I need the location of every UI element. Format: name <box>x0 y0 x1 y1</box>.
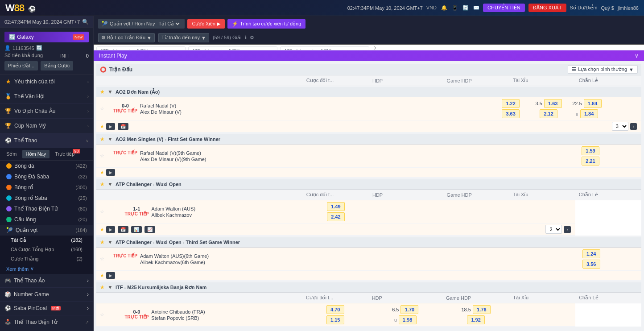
odd-btn-2[interactable]: 2.42 <box>327 212 345 221</box>
tu-truoc-dropdown[interactable]: Từ trước đến nay ▼ <box>158 33 209 42</box>
sidebar-search-icon[interactable]: 🔍 <box>82 19 89 25</box>
refresh-user-icon[interactable]: 🔄 <box>36 45 42 51</box>
odd-btn-1[interactable]: 4.70 <box>326 305 344 314</box>
hdp-odd-btn-2[interactable]: 2.12 <box>540 109 557 118</box>
star-toggle-icon[interactable]: ★ <box>100 181 105 187</box>
play-btn[interactable]: ▶ <box>106 123 115 130</box>
xiu-odd-btn[interactable]: 1.92 <box>467 315 485 324</box>
favorite-star-icon[interactable]: ☆ <box>100 256 104 261</box>
action-star-icon[interactable]: ★ <box>100 124 104 129</box>
sidebar-item-the-thao-ao[interactable]: 🎮 Thể Thao Ảo › <box>0 274 93 288</box>
sidebar-item-vo-dich-chau-au[interactable]: 🏆 Vô Địch Châu Âu › <box>0 104 93 119</box>
chevron-icon[interactable]: ▼ <box>107 136 113 142</box>
next-match-arrow[interactable]: › <box>372 46 378 48</box>
cuoc-xien-button[interactable]: Cược Xiên ▶ <box>187 19 225 29</box>
hdp-odd-btn-1[interactable]: 1.70 <box>400 305 418 314</box>
instant-play-bar[interactable]: Instant Play ∨ <box>94 50 644 61</box>
odd-btn-2[interactable]: 3.56 <box>582 260 600 269</box>
favorite-star-icon[interactable]: ☆ <box>100 106 104 111</box>
phieu-dat-button[interactable]: Phiếu Đặt... <box>4 61 38 70</box>
play-btn[interactable]: ▶ <box>106 169 115 176</box>
action-row: ★ ▶ <box>96 271 641 281</box>
star-toggle-icon[interactable]: ★ <box>100 284 105 290</box>
sport-item-bong-da[interactable]: Bóng đá (422) <box>0 161 93 171</box>
mail-icon[interactable]: ✉️ <box>473 5 479 11</box>
match-info-cell: 0-0 TRỰC TIẾP Antoine Ghibaudo (FRA) Ste… <box>121 303 302 327</box>
sidebar-item-cup-nam-my[interactable]: 🏆 Cúp Nam Mỹ › <box>0 119 93 133</box>
dang-xuat-button[interactable]: ĐĂNG XUẤT <box>528 4 566 12</box>
sport-item-bong-da-saba[interactable]: Bóng Đá Saba (32) <box>0 171 93 182</box>
sport-item-bong-ro-saba[interactable]: Bóng rổ Saba (25) <box>0 193 93 203</box>
phone-icon[interactable]: 📱 <box>452 5 458 11</box>
tat-ca-select[interactable]: Tất Cả <box>157 21 181 27</box>
odd-btn-2[interactable]: 3.63 <box>502 109 520 118</box>
star-toggle-icon[interactable]: ★ <box>100 239 105 245</box>
sidebar-item-the-thao-dien-tu[interactable]: 🕹️ Thể Thao Điện Tử ↗ <box>0 315 93 329</box>
galaxy-bar[interactable]: 🔄 Galaxy New <box>4 32 89 42</box>
favorite-star-icon[interactable]: ☆ <box>100 209 104 214</box>
odd-btn-1[interactable]: 1.59 <box>582 146 599 155</box>
sport-item-cau-long[interactable]: Cầu lông (20) <box>0 214 93 225</box>
sidebar-item-the-thao[interactable]: ⚽ Thể Thao ∨ <box>0 133 93 148</box>
page-select[interactable]: 2 <box>545 225 562 234</box>
chuyen-tien-button[interactable]: CHUYỂN TIỀN <box>483 4 525 12</box>
next-page-btn[interactable]: › <box>630 123 637 130</box>
tab-truc-tiep[interactable]: Trực tiếp 90 <box>51 150 78 158</box>
lua-chon-binh-thuong-button[interactable]: ☰ Lựa chọn bình thường ▼ <box>568 65 638 74</box>
calendar-btn[interactable]: 📅 <box>118 226 128 233</box>
sidebar-item-the-van-hoi[interactable]: 🏅 Thế Vận Hội › <box>0 89 93 104</box>
hdp-odd-btn-1[interactable]: 1.63 <box>544 99 562 108</box>
bo-loc-dropdown[interactable]: ⚙ Bộ Lọc Trận Đấu ▼ <box>98 33 155 42</box>
refresh-icon[interactable]: 🔄 <box>462 5 469 11</box>
odd-btn-1[interactable]: 1.24 <box>582 249 600 258</box>
chart-btn[interactable]: 📈 <box>144 226 155 233</box>
quan-vot-sub-ca-cuoc[interactable]: Cá Cược Tổng Hợp (160) <box>0 245 93 254</box>
odd-btn-1[interactable]: 1.22 <box>502 99 520 108</box>
hdp-odd-btn-2[interactable]: 1.98 <box>399 315 417 324</box>
see-more-button[interactable]: Xem thêm ∨ <box>0 264 93 274</box>
odd-btn-2[interactable]: 2.21 <box>582 157 599 166</box>
saba-pin-goal-label: Saba PinGoal <box>14 305 47 311</box>
next-page-btn[interactable]: › <box>564 226 570 233</box>
chevron-icon[interactable]: ▼ <box>107 89 113 95</box>
tab-som[interactable]: Sớm <box>3 150 21 158</box>
favorite-star-icon[interactable]: ☆ <box>100 312 104 317</box>
tai-odd-btn[interactable]: 1.76 <box>473 305 491 314</box>
quan-vot-sub-tat-ca[interactable]: Tất Cả (182) <box>0 236 93 245</box>
quanvot-hom-nay-button[interactable]: 🎾 Quần vợt / Hôm Nay Tất Cả <box>98 19 185 29</box>
star-toggle-icon[interactable]: ★ <box>100 89 105 95</box>
chevron-icon[interactable]: ▼ <box>107 284 113 290</box>
action-star-icon[interactable]: ★ <box>100 170 104 175</box>
xiu-odd-btn[interactable]: 1.84 <box>580 109 598 118</box>
sidebar-item-number-game[interactable]: 🎲 Number Game › <box>0 288 93 302</box>
cau-long-label: Cầu lông <box>14 216 36 223</box>
chevron-icon[interactable]: ▼ <box>107 181 113 187</box>
tab-hom-nay[interactable]: Hôm Nay <box>22 150 50 158</box>
action-row: ★ ▶ 📅 3 › <box>96 120 641 132</box>
top-icons: VND 🔔 📱 🔄 ✉️ <box>426 5 479 11</box>
notification-icon[interactable]: 🔔 <box>441 5 447 11</box>
sport-item-esport[interactable]: Thể Thao Điện Tử (80) <box>0 203 93 214</box>
sport-item-quan-vot[interactable]: 🎾 Quần vợt (184) <box>0 225 93 236</box>
calendar-btn[interactable]: 📅 <box>118 123 128 130</box>
tai-odd-btn[interactable]: 1.84 <box>584 99 602 108</box>
play-btn[interactable]: ▶ <box>106 226 115 233</box>
quan-vot-sub-cuoc-thang[interactable]: Cược Thắng (2) <box>0 254 93 264</box>
page-select[interactable]: 3 <box>612 122 628 131</box>
action-star-icon[interactable]: ★ <box>100 273 104 278</box>
favorite-star-icon[interactable]: ☆ <box>100 153 104 158</box>
action-star-icon[interactable]: ★ <box>100 227 104 232</box>
chevron-icon[interactable]: ▼ <box>107 239 113 245</box>
star-toggle-icon[interactable]: ★ <box>100 136 105 142</box>
sidebar-item-yeu-thich[interactable]: ★ Yêu thích của tôi › <box>0 74 93 89</box>
play-btn[interactable]: ▶ <box>106 272 115 279</box>
odd-btn-2[interactable]: 1.15 <box>326 315 344 324</box>
truc-tiep-count: 90 <box>73 149 80 153</box>
empty-chan-le <box>509 303 575 327</box>
odd-btn-1[interactable]: 1.49 <box>327 202 345 211</box>
bang-cuoc-button[interactable]: Bảng Cược <box>41 61 73 70</box>
stat-btn[interactable]: 📊 <box>131 226 142 233</box>
trinh-tao-button[interactable]: ⚡ Trình tạo cược xiên tự động <box>227 19 305 29</box>
sport-item-bong-ro[interactable]: Bóng rổ (300) <box>0 182 93 193</box>
sidebar-item-saba-pin-goal[interactable]: ⚽ Saba PinGoal Mới › <box>0 302 93 315</box>
